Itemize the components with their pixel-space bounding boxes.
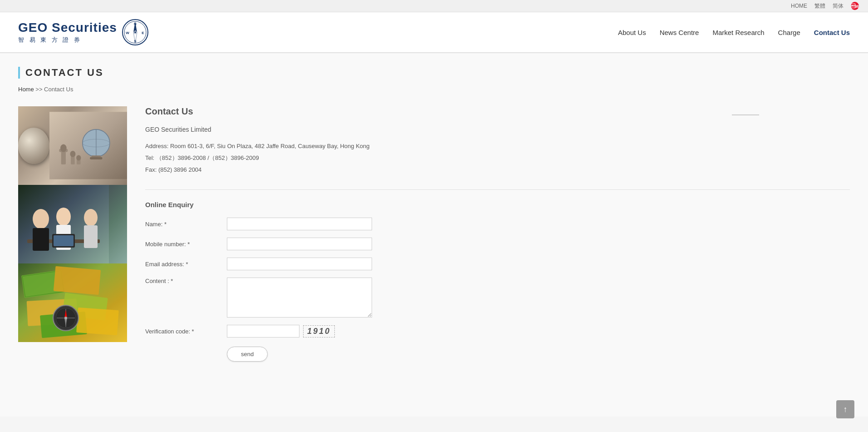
nav-market[interactable]: Market Research: [712, 29, 764, 36]
fax-label: Fax:: [145, 166, 158, 173]
content-textarea[interactable]: [227, 278, 372, 318]
section-divider: [145, 189, 850, 190]
email-input[interactable]: [227, 258, 372, 270]
send-btn-row: send: [145, 347, 372, 362]
main-content: Contact Us GEO Securities Limited Addres…: [18, 106, 850, 362]
business-image: [18, 185, 127, 263]
svg-point-48: [64, 317, 67, 319]
svg-text:N: N: [134, 22, 137, 26]
svg-rect-36: [54, 266, 101, 295]
money-image: [18, 263, 127, 342]
svg-rect-30: [54, 235, 74, 246]
content-label: Content : *: [145, 278, 227, 284]
contact-section: Contact Us GEO Securities Limited Addres…: [145, 106, 850, 362]
svg-rect-32: [84, 225, 98, 248]
svg-point-8: [134, 31, 136, 33]
svg-rect-14: [91, 155, 101, 157]
verify-code-display: 1910: [303, 325, 335, 338]
address-value: Room 601-3, 6/F, Siu On Plaza, 482 Jaffe…: [170, 143, 370, 149]
nav-about[interactable]: About Us: [618, 29, 646, 36]
nav-contact[interactable]: Contact Us: [814, 29, 850, 36]
svg-rect-15: [90, 157, 102, 159]
mobile-input[interactable]: [227, 238, 372, 250]
tel-line: Tel: （852）3896-2008 /（852）3896-2009: [145, 152, 850, 164]
enquiry-form: Name: * Mobile number: * Email address: …: [145, 218, 372, 362]
svg-point-20: [70, 151, 75, 157]
verify-input[interactable]: [227, 325, 299, 338]
traditional-link[interactable]: 繁體: [814, 2, 825, 10]
page-title: CONTACT US: [25, 67, 104, 79]
online-enquiry-title: Online Enquiry: [145, 201, 850, 209]
svg-rect-26: [33, 228, 49, 251]
home-link[interactable]: HOME: [791, 3, 807, 9]
name-row: Name: *: [145, 218, 372, 230]
chess-illustration: [49, 106, 127, 185]
business-illustration: [18, 185, 109, 263]
email-row: Email address: *: [145, 258, 372, 270]
main-nav: About Us News Centre Market Research Cha…: [618, 29, 850, 36]
svg-point-18: [60, 144, 67, 152]
page-body: CONTACT US Home >> Contact Us: [0, 53, 868, 417]
nav-news[interactable]: News Centre: [660, 29, 699, 36]
breadcrumb-home[interactable]: Home: [18, 86, 34, 93]
money-illustration: [18, 263, 127, 342]
svg-text:W: W: [126, 31, 129, 35]
svg-point-31: [84, 209, 98, 226]
breadcrumb-sep: >>: [34, 86, 44, 93]
svg-rect-16: [61, 151, 65, 164]
header: GEO Securities 智 易 東 方 證 券 E W N S About…: [0, 12, 868, 53]
svg-point-22: [76, 155, 81, 160]
company-name: GEO Securities Limited: [145, 126, 850, 133]
breadcrumb: Home >> Contact Us: [18, 86, 850, 93]
address-label: Address:: [145, 143, 170, 149]
weibo-icon[interactable]: w: [851, 2, 859, 10]
images-column: [18, 106, 127, 342]
fax-value: (852) 3896 2004: [158, 166, 201, 173]
logo-area: GEO Securities 智 易 東 方 證 券 E W N S: [18, 19, 149, 46]
name-label: Name: *: [145, 221, 227, 228]
svg-point-27: [56, 208, 71, 226]
tel-value: （852）3896-2008 /（852）3896-2009: [156, 154, 259, 161]
name-input[interactable]: [227, 218, 372, 230]
svg-text:E: E: [142, 31, 144, 35]
logo-title: GEO Securities: [18, 20, 117, 35]
address-line: Address: Room 601-3, 6/F, Siu On Plaza, …: [145, 140, 850, 152]
svg-rect-40: [76, 308, 119, 335]
page-title-section: CONTACT US: [18, 67, 850, 79]
verify-label: Verification code: *: [145, 328, 227, 335]
mobile-row: Mobile number: *: [145, 238, 372, 250]
svg-text:S: S: [134, 39, 137, 43]
verify-row: Verification code: * 1910: [145, 325, 372, 338]
logo-subtitle: 智 易 東 方 證 券: [18, 36, 117, 44]
svg-point-25: [33, 209, 49, 229]
chess-image: [18, 106, 127, 185]
fax-line: Fax: (852) 3896 2004: [145, 164, 850, 176]
mobile-label: Mobile number: *: [145, 241, 227, 248]
back-to-top-button[interactable]: ↑: [836, 400, 854, 417]
simplified-link[interactable]: 简体: [833, 2, 843, 10]
breadcrumb-current: Contact Us: [44, 86, 73, 93]
logo-text: GEO Securities 智 易 東 方 證 券: [18, 20, 117, 44]
send-button[interactable]: send: [227, 347, 268, 362]
scrollbar-hint: [732, 114, 759, 115]
contact-info: Address: Room 601-3, 6/F, Siu On Plaza, …: [145, 140, 850, 176]
content-row: Content : *: [145, 278, 372, 318]
email-label: Email address: *: [145, 261, 227, 268]
tel-label: Tel:: [145, 154, 156, 161]
compass-logo: E W N S: [122, 19, 149, 46]
top-bar: HOME 繁體 简体 w: [0, 0, 868, 12]
nav-charge[interactable]: Charge: [778, 29, 800, 36]
